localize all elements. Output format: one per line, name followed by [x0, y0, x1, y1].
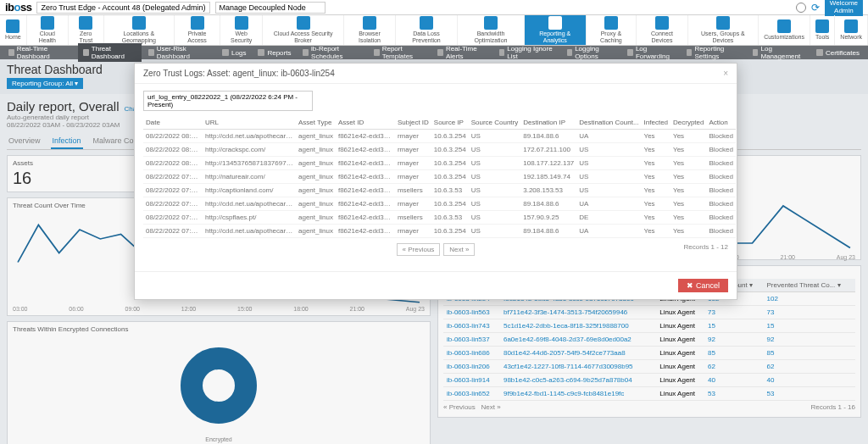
- ribbon-item-proxy-caching[interactable]: Proxy & Caching: [587, 15, 637, 45]
- table-row[interactable]: ib-0603-lin91498b1e42-c0c5-a263-c694-9b2…: [443, 374, 855, 387]
- ribbon-item-bandwidth-optimization[interactable]: Bandwidth Optimization: [458, 15, 525, 45]
- log-col-header[interactable]: Date: [143, 116, 203, 130]
- ribbon-icon: [41, 16, 54, 30]
- log-pager: « Previous Next » Records 1 - 12: [143, 243, 728, 256]
- ribbon-item-users-groups-devices[interactable]: Users, Groups & Devices: [688, 15, 759, 45]
- log-col-header[interactable]: Subject ID: [395, 116, 431, 130]
- table-row[interactable]: 08/22/2022 07:01...http://cdd.net.ua/apo…: [143, 225, 736, 238]
- close-icon[interactable]: ×: [723, 69, 728, 78]
- table-row[interactable]: 08/22/2022 08:51...http://cdd.net.ua/apo…: [143, 130, 736, 143]
- table-row[interactable]: ib-0603-lin5376a0e1e42-69f8-4048-2d37-69…: [443, 333, 855, 347]
- subribbon-icon: [258, 49, 264, 56]
- log-col-header[interactable]: Decrypted: [670, 116, 706, 130]
- ribbon-icon: [235, 16, 248, 30]
- assets-table-footer: « Previous Next » Records 1 - 16: [443, 401, 855, 413]
- subribbon-item-logging-ignore-list[interactable]: Logging Ignore List: [494, 43, 560, 62]
- ribbon-item-cloud-access-security-broker[interactable]: Cloud Access Security Broker: [263, 15, 344, 45]
- table-row[interactable]: ib-0603-lin563bf711e42-3f3e-1474-3513-75…: [443, 306, 855, 319]
- ribbon-icon: [297, 16, 310, 30]
- ribbon-icon: [79, 16, 92, 30]
- subribbon-icon: [148, 49, 154, 56]
- assets-col-header[interactable]: Prevented Threat Co... ▾: [764, 279, 855, 292]
- log-col-header[interactable]: Asset ID: [336, 116, 395, 130]
- subribbon-item-reporting-settings[interactable]: Reporting Settings: [682, 43, 746, 62]
- subribbon-item-threat-dashboard[interactable]: Threat Dashboard: [78, 43, 142, 62]
- encrypted-card: Threats Within Encrypted Connections Enc…: [7, 321, 431, 444]
- table-row[interactable]: ib-0603-lin68680d1e42-44d6-2057-54f9-54f…: [443, 347, 855, 360]
- log-records: Records 1 - 12: [684, 243, 728, 251]
- subribbon-item-log-forwarding[interactable]: Log Forwarding: [622, 43, 680, 62]
- log-timerange-selector[interactable]: url_log_entry_08222022_1 (08/22/2022 6:2…: [143, 91, 313, 111]
- search-icon[interactable]: [796, 3, 806, 13]
- log-col-header[interactable]: URL: [203, 116, 296, 130]
- ribbon-item-customizations[interactable]: Customizations: [759, 15, 810, 45]
- log-col-header[interactable]: Action: [707, 116, 736, 130]
- ribbon-item-data-loss-prevention[interactable]: Data Loss Prevention: [396, 15, 458, 45]
- cancel-button[interactable]: ✖ Cancel: [678, 279, 728, 292]
- table-row[interactable]: 08/22/2022 07:53...http://natureair.com/…: [143, 170, 736, 184]
- log-col-header[interactable]: Asset Type: [296, 116, 336, 130]
- log-col-header[interactable]: Destination Count...: [576, 116, 641, 130]
- subribbon-icon: [83, 49, 89, 56]
- ribbon-item-connect-devices[interactable]: Connect Devices: [637, 15, 687, 45]
- log-col-header[interactable]: Source Country: [469, 116, 521, 130]
- ribbon-item-network[interactable]: Network: [835, 15, 868, 45]
- node-selector[interactable]: Manage Decoupled Node: [215, 2, 326, 14]
- subribbon-icon: [8, 49, 14, 56]
- ribbon-item-locations-geomapping[interactable]: Locations & Geomapping: [104, 15, 175, 45]
- encrypted-title: Threats Within Encrypted Connections: [13, 325, 425, 333]
- ribbon-icon: [548, 16, 562, 30]
- welcome-badge[interactable]: WelcomeAdmin: [825, 0, 863, 16]
- assets-prev[interactable]: « Previous: [443, 403, 476, 411]
- subribbon-item-real-time-dashboard[interactable]: Real-Time Dashboard: [3, 43, 76, 62]
- ribbon-icon: [132, 16, 146, 30]
- table-row[interactable]: 08/22/2022 08:05...http://crackspc.com/a…: [143, 143, 736, 157]
- assets-next[interactable]: Next »: [481, 403, 500, 411]
- ribbon-item-private-access[interactable]: Private Access: [175, 15, 220, 45]
- subribbon-icon: [687, 49, 693, 56]
- ribbon-item-reporting-analytics[interactable]: Reporting & Analytics: [525, 15, 587, 45]
- subribbon-icon: [374, 49, 380, 56]
- log-col-header[interactable]: Destination IP: [520, 116, 576, 130]
- tab-overview[interactable]: Overview: [7, 134, 42, 149]
- subribbon-item-reports[interactable]: Reports: [253, 47, 296, 58]
- subribbon-item-real-time-alerts[interactable]: Real-Time Alerts: [432, 43, 492, 62]
- reporting-group-badge[interactable]: Reporting Group: All ▾: [7, 78, 83, 89]
- subribbon-item-report-templates[interactable]: Report Templates: [369, 43, 431, 62]
- ribbon-item-tools[interactable]: Tools: [810, 15, 835, 45]
- log-prev-button[interactable]: « Previous: [397, 243, 441, 256]
- sub-ribbon: Real-Time DashboardThreat DashboardUser-…: [0, 46, 868, 59]
- table-row[interactable]: ib-0603-lin7435c1d1e42-2dbb-1eca-8f18-32…: [443, 319, 855, 333]
- donut-label: Encrypted: [13, 436, 425, 442]
- table-row[interactable]: ib-0603-lin6529f9b1e42-fbd1-1145-c9c9-fc…: [443, 387, 855, 401]
- subribbon-item-log-management[interactable]: Log Management: [748, 43, 810, 62]
- table-row[interactable]: 08/22/2022 07:33...http://cdd.net.ua/apo…: [143, 197, 736, 211]
- subribbon-item-certificates[interactable]: Certificates: [811, 47, 865, 58]
- ribbon-item-cloud-health[interactable]: Cloud Health: [27, 15, 69, 45]
- ribbon-icon: [420, 16, 433, 30]
- ribbon-item-zero-trust[interactable]: Zero Trust: [69, 15, 104, 45]
- ribbon-icon: [604, 16, 618, 30]
- ribbon-item-web-security[interactable]: Web Security: [220, 15, 263, 45]
- subribbon-item-ib-report-schedules[interactable]: ib-Report Schedules: [298, 43, 367, 62]
- ribbon-item-home[interactable]: Home: [0, 15, 27, 45]
- table-row[interactable]: 08/22/2022 07:43...http://captionland.co…: [143, 184, 736, 197]
- ribbon-icon: [6, 19, 19, 33]
- table-row[interactable]: 08/22/2022 08:01...http://13453765871837…: [143, 157, 736, 170]
- account-selector[interactable]: Zero Trust Edge - Account 48 (Delegated …: [36, 2, 209, 14]
- subribbon-item-logging-options[interactable]: Logging Options: [562, 43, 621, 62]
- subribbon-item-user-risk-dashboard[interactable]: User-Risk Dashboard: [143, 43, 215, 62]
- log-col-header[interactable]: Source IP: [431, 116, 469, 130]
- log-next-button[interactable]: Next »: [443, 243, 475, 256]
- tab-infection[interactable]: Infection: [51, 134, 83, 149]
- ribbon-icon: [815, 19, 829, 33]
- table-row[interactable]: 08/22/2022 07:19...http://cspflaes.pt/ag…: [143, 211, 736, 225]
- ribbon-item-browser-isolation[interactable]: Browser Isolation: [344, 15, 396, 45]
- ribbon-icon: [844, 19, 858, 33]
- subribbon-item-logs[interactable]: Logs: [217, 47, 251, 58]
- refresh-icon[interactable]: ⟳: [811, 2, 820, 14]
- log-table: DateURLAsset TypeAsset IDSubject IDSourc…: [143, 116, 736, 238]
- table-row[interactable]: ib-0603-lin20643cf1e42-1227-10f8-7114-46…: [443, 360, 855, 374]
- log-col-header[interactable]: Infected: [642, 116, 670, 130]
- ribbon-icon: [716, 16, 730, 30]
